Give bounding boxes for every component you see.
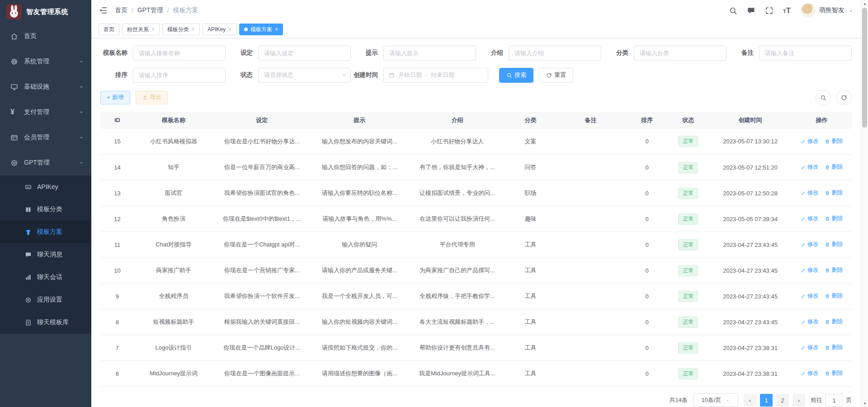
delete-link[interactable]: 删除: [825, 318, 843, 326]
cell-remark: [555, 232, 626, 258]
sidebar-subitem-label: 聊天消息: [37, 251, 62, 259]
filter-input[interactable]: [759, 46, 852, 61]
cell-created: 2023-05-07 12:51:20: [709, 155, 792, 180]
delete-link[interactable]: 删除: [825, 266, 843, 274]
delete-link[interactable]: 删除: [825, 215, 843, 222]
page-number-button[interactable]: 1: [760, 394, 773, 407]
delete-link[interactable]: 删除: [825, 241, 843, 248]
sidebar-item[interactable]: ¥ 支付管理: [0, 99, 91, 125]
table-row[interactable]: 9 全栈程序员 我希望你扮演一个软件开发... 我是一个全栈开发人员，可... …: [100, 284, 852, 309]
edit-link[interactable]: 修改: [801, 318, 819, 326]
infrastructure-icon: [10, 83, 18, 91]
edit-link[interactable]: 修改: [801, 292, 819, 300]
toolbar-icon-button[interactable]: [816, 90, 831, 105]
table-row[interactable]: 12 角色扮演 你现在是$text0中的$text1，... 请输入故事与角色，…: [100, 206, 852, 232]
edit-icon: [801, 293, 806, 299]
breadcrumb-item[interactable]: 首页: [115, 6, 127, 14]
table-row[interactable]: 7 Logo设计指引 你现在是一个品牌Logo设计... 请按照如下格式提交，你…: [100, 335, 852, 361]
table-row[interactable]: 10 商家推广助手 你现在是一个营销推广专家... 请输入你的产品或服务关键..…: [100, 258, 852, 284]
sidebar-subitem[interactable]: 模板分类: [0, 198, 91, 221]
page-jump-input[interactable]: [825, 394, 843, 407]
search-icon[interactable]: [729, 6, 737, 15]
page-size-select[interactable]: 10条/页: [693, 393, 738, 407]
tab[interactable]: 模板分类 ×: [162, 24, 200, 35]
edit-link[interactable]: 修改: [801, 241, 819, 248]
sidebar-subitem[interactable]: 聊天消息: [0, 243, 91, 266]
delete-link[interactable]: 删除: [825, 369, 843, 377]
delete-link[interactable]: 删除: [825, 292, 843, 300]
filter-input[interactable]: [509, 46, 601, 61]
scroll-down-arrow[interactable]: ▼: [861, 400, 868, 407]
filter-input[interactable]: [258, 46, 351, 61]
prev-page-button[interactable]: ‹: [744, 394, 756, 407]
sidebar-item[interactable]: GPT管理: [0, 150, 91, 175]
delete-link[interactable]: 删除: [825, 344, 843, 351]
sidebar-collapse-icon[interactable]: [99, 6, 108, 15]
cell-prompt: 输入你想发布的内容关键词...: [311, 129, 408, 155]
sidebar-subitem[interactable]: 聊天会话: [0, 266, 91, 289]
filter-label: 设定: [226, 49, 258, 57]
sidebar-subitem[interactable]: 应用设置: [0, 289, 91, 311]
close-icon[interactable]: ×: [228, 27, 231, 32]
next-page-button[interactable]: ›: [793, 394, 805, 407]
sidebar-item[interactable]: 基础设施: [0, 74, 91, 99]
reset-button[interactable]: 重置: [539, 68, 573, 83]
edit-link[interactable]: 修改: [801, 369, 819, 377]
delete-icon: [825, 216, 830, 222]
table-row[interactable]: 6 MidJourney提示词 你现在是一个图像画面提示... 请用描述你想要的…: [100, 361, 852, 387]
edit-link[interactable]: 修改: [801, 137, 819, 145]
sidebar-subitem[interactable]: 模板方案: [0, 221, 91, 243]
filter-form: 模板名称 设定 提示 介绍: [100, 46, 852, 83]
export-button[interactable]: 导出: [136, 91, 168, 104]
sidebar-item[interactable]: 会员管理: [0, 125, 91, 150]
app-logo-icon: [6, 4, 22, 19]
filter-input[interactable]: [133, 46, 226, 61]
breadcrumb-item[interactable]: 模板方案: [173, 6, 198, 14]
filter-input[interactable]: [634, 46, 726, 61]
table-row[interactable]: 15 小红书风格模拟器 你现在是小红书好物分享达... 输入你想发布的内容关键词…: [100, 129, 852, 155]
scrollbar-thumb[interactable]: [862, 8, 867, 128]
page-number-button[interactable]: 2: [776, 394, 789, 407]
edit-link[interactable]: 修改: [801, 189, 819, 197]
status-select[interactable]: 请选择状态: [258, 68, 351, 83]
search-button[interactable]: 搜索: [499, 68, 533, 83]
table-row[interactable]: 14 知乎 你是一位年薪百万的商业高... 输入你想回答的问题，如：... 有了…: [100, 155, 852, 180]
add-button[interactable]: + 新增: [100, 91, 130, 104]
delete-link[interactable]: 删除: [825, 189, 843, 197]
breadcrumb-item[interactable]: GPT管理: [137, 6, 163, 14]
fontsize-icon[interactable]: TT: [783, 6, 792, 15]
edit-link[interactable]: 修改: [801, 163, 819, 171]
scrollbar[interactable]: ▲ ▼: [861, 0, 868, 407]
tab[interactable]: APIKey ×: [203, 24, 236, 35]
close-icon[interactable]: ×: [275, 27, 278, 32]
close-icon[interactable]: ×: [151, 27, 155, 32]
delete-link[interactable]: 删除: [825, 137, 843, 145]
tab[interactable]: 粉丝关系 ×: [122, 24, 160, 35]
cell-category: 工具: [506, 361, 555, 387]
scroll-up-arrow[interactable]: ▲: [861, 0, 868, 7]
app-title: 智友管理系统: [26, 8, 68, 16]
filter-input[interactable]: [383, 46, 476, 61]
sidebar-item[interactable]: 首页: [0, 24, 91, 49]
close-icon[interactable]: ×: [192, 27, 195, 32]
edit-icon: [801, 165, 806, 170]
apikey-icon: [25, 184, 32, 190]
tab[interactable]: 首页: [99, 24, 119, 35]
table-row[interactable]: 8 短视频标题助手 根据我输入的关键词直接回... 输入你的短视频内容关键词..…: [100, 309, 852, 335]
sidebar-item[interactable]: 系统管理: [0, 49, 91, 74]
tab[interactable]: 模板方案 ×: [239, 24, 283, 35]
date-range-picker[interactable]: 开始日期 - 结束日期: [383, 68, 488, 83]
edit-link[interactable]: 修改: [801, 344, 819, 351]
sidebar-subitem[interactable]: 聊天模板库: [0, 311, 91, 334]
sort-input[interactable]: [133, 68, 226, 83]
table-row[interactable]: 11 Chat对接指导 你现在是一个Chatgpt api对... 输入你的疑问…: [100, 232, 852, 258]
toolbar-icon-button[interactable]: [836, 90, 852, 105]
fullscreen-icon[interactable]: [765, 6, 774, 15]
message-icon[interactable]: [747, 6, 755, 15]
edit-link[interactable]: 修改: [801, 266, 819, 274]
user-menu[interactable]: 萌熊智友: [801, 3, 854, 18]
delete-link[interactable]: 删除: [825, 163, 843, 171]
edit-link[interactable]: 修改: [801, 215, 819, 222]
table-row[interactable]: 13 面试官 我希望你扮演面试官的角色... 请输入你要应聘的职位名称... 让…: [100, 180, 852, 206]
sidebar-subitem[interactable]: APIKey: [0, 175, 91, 198]
